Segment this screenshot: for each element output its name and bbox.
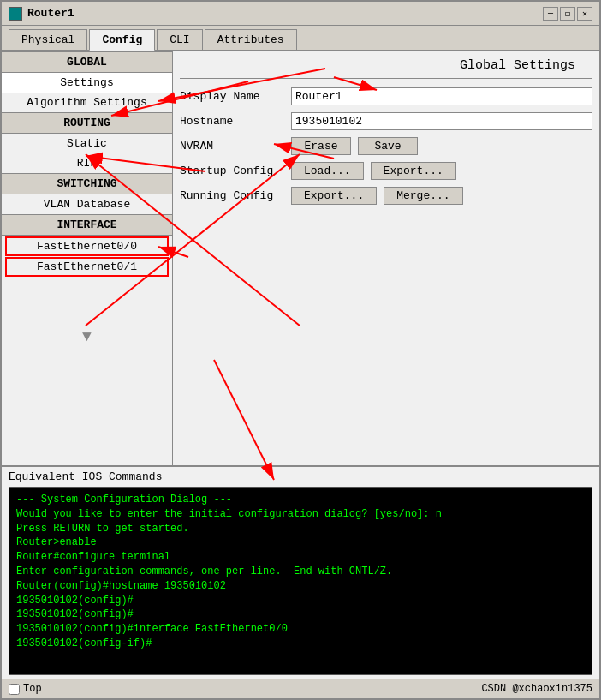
display-name-input[interactable] [291, 87, 592, 105]
console-line-0: --- System Configuration Dialog --- [16, 493, 585, 507]
section-header-global: GLOBAL [2, 51, 172, 73]
console-label: Equivalent IOS Commands [9, 470, 592, 483]
close-button[interactable]: ✕ [577, 7, 592, 21]
running-config-label: Running Config [180, 189, 291, 202]
console-line-4: Press RETURN to get started. [16, 522, 585, 536]
console-line-14: 1935010102(config-if)# [16, 637, 585, 651]
running-export-button[interactable]: Export... [291, 187, 377, 205]
footer-watermark: CSDN @xchaoxin1375 [481, 683, 592, 695]
app-icon [9, 7, 22, 21]
console-line-8: Router#configure terminal [16, 550, 585, 565]
console-line-11: 1935010102(config)# [16, 594, 585, 608]
console-line-13: 1935010102(config)#interface FastEtherne… [16, 622, 585, 637]
hostname-input[interactable] [291, 112, 592, 130]
tab-bar: Physical Config CLI Attributes [2, 26, 599, 51]
nvram-buttons: Erase Save [291, 137, 418, 155]
hostname-row: Hostname [180, 112, 592, 130]
nvram-erase-button[interactable]: Erase [291, 137, 351, 155]
console-line-7: Router>enable [16, 535, 585, 550]
title-controls: — ◻ ✕ [543, 7, 592, 21]
hostname-label: Hostname [180, 115, 291, 128]
tab-physical[interactable]: Physical [9, 29, 87, 50]
console-box[interactable]: --- System Configuration Dialog --- Woul… [9, 487, 592, 675]
footer: Top CSDN @xchaoxin1375 [2, 679, 599, 698]
footer-left: Top [9, 683, 42, 695]
nvram-row: NVRAM Erase Save [180, 137, 592, 155]
title-bar-left: Router1 [9, 7, 74, 21]
main-window: Router1 — ◻ ✕ Physical Config CLI Attrib… [0, 0, 601, 700]
top-checkbox-label: Top [23, 683, 42, 695]
console-line-9: Enter configuration commands, one per li… [16, 565, 585, 579]
sidebar-item-fastethernet0-1[interactable]: FastEthernet0/1 [5, 257, 169, 277]
section-header-switching: SWITCHING [2, 173, 172, 194]
startup-config-label: Startup Config [180, 165, 291, 177]
top-checkbox-area: Top [9, 683, 42, 695]
right-panel: Global Settings Display Name Hostname NV… [173, 51, 599, 465]
console-line-2: Would you like to enter the initial conf… [16, 507, 585, 522]
display-name-label: Display Name [180, 90, 291, 103]
startup-load-button[interactable]: Load... [291, 162, 364, 180]
section-header-routing: ROUTING [2, 112, 172, 134]
startup-config-buttons: Load... Export... [291, 162, 456, 180]
sidebar: GLOBAL Settings Algorithm Settings ROUTI… [2, 51, 173, 465]
panel-title: Global Settings [180, 58, 592, 79]
console-line-10: Router(config)#hostname 1935010102 [16, 579, 585, 594]
top-checkbox[interactable] [9, 684, 20, 695]
running-merge-button[interactable]: Merge... [384, 187, 462, 205]
restore-button[interactable]: ◻ [560, 7, 575, 21]
nvram-save-button[interactable]: Save [358, 137, 418, 155]
tab-config[interactable]: Config [89, 29, 155, 51]
minimize-button[interactable]: — [543, 7, 558, 21]
sidebar-item-settings[interactable]: Settings [2, 73, 172, 93]
startup-config-row: Startup Config Load... Export... [180, 162, 592, 180]
sidebar-scroll-down[interactable]: ▼ [2, 328, 172, 345]
tab-cli[interactable]: CLI [157, 29, 202, 50]
title-bar: Router1 — ◻ ✕ [2, 2, 599, 26]
running-config-buttons: Export... Merge... [291, 187, 463, 205]
startup-export-button[interactable]: Export... [371, 162, 456, 180]
tab-attributes[interactable]: Attributes [205, 29, 297, 50]
sidebar-item-vlan-database[interactable]: VLAN Database [2, 194, 172, 214]
running-config-row: Running Config Export... Merge... [180, 187, 592, 205]
main-content: GLOBAL Settings Algorithm Settings ROUTI… [2, 51, 599, 465]
bottom-area: Equivalent IOS Commands --- System Confi… [2, 465, 599, 679]
section-header-interface: INTERFACE [2, 214, 172, 236]
window-title: Router1 [27, 7, 74, 20]
display-name-row: Display Name [180, 87, 592, 105]
sidebar-item-static[interactable]: Static [2, 134, 172, 153]
sidebar-item-fastethernet0-0[interactable]: FastEthernet0/0 [5, 236, 169, 256]
sidebar-item-rip[interactable]: RIP [2, 153, 172, 173]
sidebar-item-algorithm-settings[interactable]: Algorithm Settings [2, 93, 172, 112]
console-line-12: 1935010102(config)# [16, 607, 585, 622]
nvram-label: NVRAM [180, 140, 291, 153]
